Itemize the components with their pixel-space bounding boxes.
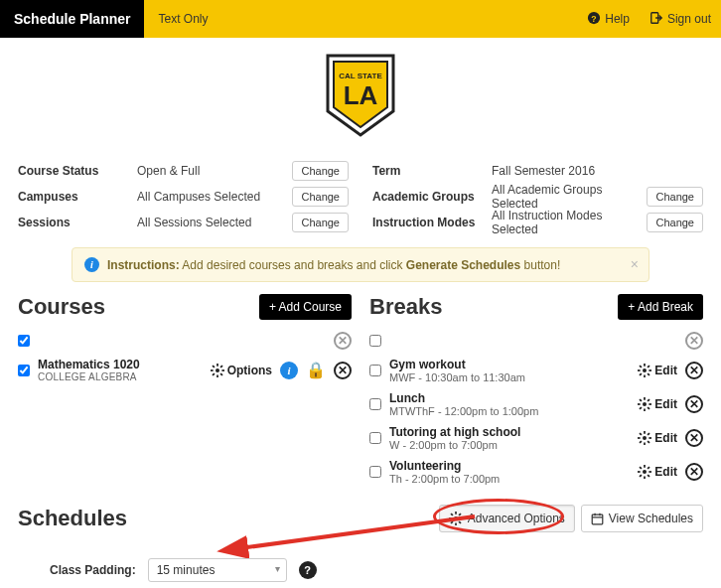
svg-line-8 — [213, 366, 215, 368]
svg-line-10 — [213, 373, 215, 375]
svg-line-17 — [640, 366, 642, 368]
break-edit-button[interactable]: Edit — [638, 431, 677, 445]
add-course-button[interactable]: + Add Course — [259, 294, 352, 320]
svg-line-36 — [648, 441, 649, 443]
delete-all-icon[interactable]: ✕ — [685, 332, 703, 350]
break-row: Tutoring at high schoolW - 2:00pm to 7:0… — [369, 421, 703, 455]
gear-icon — [211, 364, 224, 377]
delete-break-icon[interactable]: ✕ — [685, 463, 703, 481]
view-schedules-button[interactable]: View Schedules — [581, 505, 703, 532]
break-edit-button[interactable]: Edit — [638, 364, 677, 377]
svg-line-46 — [640, 475, 642, 477]
filter-label: Sessions — [18, 216, 137, 229]
select-all-breaks-checkbox[interactable] — [369, 335, 381, 347]
gear-icon — [638, 431, 651, 445]
schedules-panel: Schedules Advanced Options View Schedule… — [0, 489, 721, 588]
svg-line-45 — [648, 475, 649, 477]
svg-line-29 — [648, 399, 649, 401]
breaks-header-row: ✕ — [369, 328, 703, 354]
close-icon[interactable]: × — [631, 256, 639, 272]
lock-icon: 🔒 — [306, 361, 326, 379]
class-padding-select[interactable]: 15 minutes — [148, 558, 287, 582]
delete-break-icon[interactable]: ✕ — [685, 395, 703, 413]
filter-label: Campuses — [18, 190, 137, 204]
select-all-courses-checkbox[interactable] — [18, 335, 30, 347]
break-subtitle: MTWThF - 12:00pm to 1:00pm — [389, 405, 630, 417]
brand-title: Schedule Planner — [0, 0, 144, 38]
break-checkbox[interactable] — [369, 398, 381, 410]
course-info-icon[interactable]: i — [280, 362, 298, 379]
calendar-icon — [591, 513, 604, 525]
filter-value: All Academic Groups Selected — [492, 183, 647, 211]
course-options-button[interactable]: Options — [211, 364, 272, 377]
instructions-alert: i Instructions: Add desired courses and … — [72, 247, 649, 282]
svg-line-38 — [648, 433, 649, 435]
filter-label: Academic Groups — [372, 190, 492, 204]
change-button[interactable]: Change — [292, 213, 349, 232]
svg-point-39 — [643, 470, 647, 474]
class-padding-row: Class Padding: 15 minutes ? — [18, 532, 703, 588]
advanced-options-label: Advanced Options — [468, 512, 565, 525]
main-content: Courses + Add Course ✕ Mathematics 1020 … — [0, 290, 721, 489]
help-link[interactable]: ? Help — [577, 0, 640, 38]
break-checkbox[interactable] — [369, 432, 381, 444]
breaks-title: Breaks — [369, 294, 442, 320]
svg-point-30 — [643, 436, 647, 440]
break-checkbox[interactable] — [369, 466, 381, 478]
break-checkbox[interactable] — [369, 365, 381, 376]
filter-row: Sessions All Sessions Selected Change — [18, 210, 349, 235]
filters-right: Term Fall Semester 2016 Academic Groups … — [372, 158, 703, 235]
svg-point-48 — [454, 516, 458, 520]
edit-label: Edit — [654, 431, 677, 445]
course-subtitle: COLLEGE ALGEBRA — [38, 371, 203, 382]
delete-all-icon[interactable]: ✕ — [334, 332, 352, 350]
text-only-link[interactable]: Text Only — [144, 0, 221, 38]
delete-course-icon[interactable]: ✕ — [334, 362, 352, 379]
filter-value: Open & Full — [137, 164, 292, 178]
top-bar: Schedule Planner Text Only ? Help Sign o… — [0, 0, 721, 38]
filter-label: Instruction Modes — [372, 216, 492, 229]
advanced-options-button[interactable]: Advanced Options — [439, 505, 575, 532]
help-label: Help — [605, 12, 630, 26]
course-checkbox[interactable] — [18, 365, 30, 376]
help-icon[interactable]: ? — [299, 561, 317, 579]
break-edit-button[interactable]: Edit — [638, 465, 677, 479]
logo: CAL STATE LA — [0, 38, 721, 154]
courses-header-row: ✕ — [18, 328, 352, 354]
sign-out-link[interactable]: Sign out — [640, 0, 721, 38]
change-button[interactable]: Change — [292, 187, 349, 207]
svg-line-53 — [451, 514, 453, 515]
change-button[interactable]: Change — [647, 213, 703, 232]
logo-line1: CAL STATE — [339, 72, 382, 80]
filters: Course Status Open & Full Change Campuse… — [0, 154, 721, 247]
break-title: Lunch — [389, 391, 630, 405]
filter-label: Term — [372, 164, 492, 178]
break-title: Volunteering — [389, 459, 630, 473]
svg-line-35 — [640, 433, 642, 435]
svg-line-27 — [648, 407, 649, 409]
delete-break-icon[interactable]: ✕ — [685, 362, 703, 379]
filter-value: Fall Semester 2016 — [492, 164, 703, 178]
add-break-button[interactable]: + Add Break — [618, 294, 703, 320]
svg-line-54 — [459, 521, 461, 523]
svg-rect-57 — [592, 514, 603, 524]
help-icon: ? — [587, 11, 601, 28]
gear-icon — [449, 512, 463, 525]
svg-line-37 — [640, 441, 642, 443]
svg-point-3 — [216, 368, 219, 371]
filters-left: Course Status Open & Full Change Campuse… — [18, 158, 349, 235]
svg-line-47 — [648, 467, 649, 469]
alert-text: Instructions: Add desired courses and br… — [107, 258, 560, 272]
break-edit-button[interactable]: Edit — [638, 397, 677, 411]
break-title: Tutoring at high school — [389, 425, 630, 439]
schedules-title: Schedules — [18, 506, 127, 531]
filter-row: Term Fall Semester 2016 — [372, 158, 703, 184]
course-title: Mathematics 1020 — [38, 358, 203, 371]
break-subtitle: MWF - 10:30am to 11:30am — [389, 371, 630, 383]
change-button[interactable]: Change — [647, 187, 703, 207]
filter-row: Academic Groups All Academic Groups Sele… — [372, 184, 703, 210]
change-button[interactable]: Change — [292, 161, 349, 181]
delete-break-icon[interactable]: ✕ — [685, 429, 703, 447]
courses-title: Courses — [18, 294, 105, 320]
sign-out-icon — [649, 11, 663, 28]
